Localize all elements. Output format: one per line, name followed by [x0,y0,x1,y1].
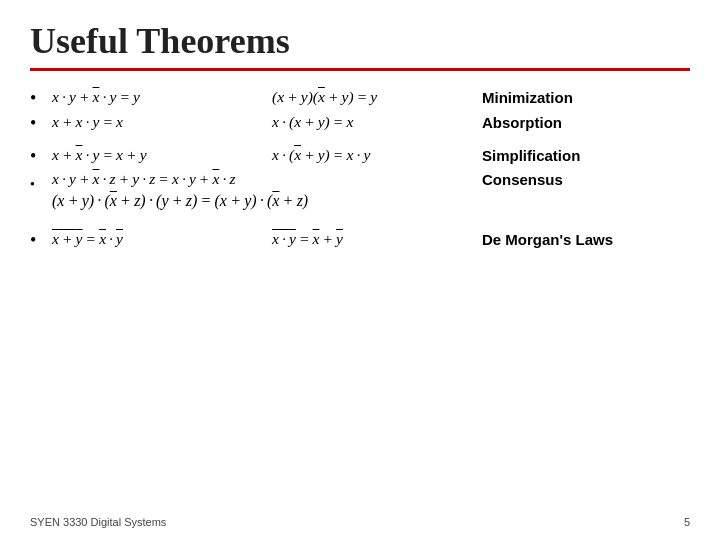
gap-2 [30,219,690,227]
page-number: 5 [684,516,690,528]
theorem-consensus: ● x · y + x · z + y · z = x · y + x · z … [30,168,690,190]
course-label: SYEN 3330 Digital Systems [30,516,166,528]
gap-1 [30,135,690,143]
formula-abs-left: x + x · y = x [52,112,272,132]
formula-dem-left: x + y = x · y [52,229,272,249]
footer: SYEN 3330 Digital Systems 5 [30,516,690,528]
content-demorgan: x + y = x · y x · y = x + y De Morgan's … [52,229,690,249]
page: Useful Theorems • x · y + x · y = y (x +… [0,0,720,540]
formula-dem-right: x · y = x + y [272,229,482,249]
content-absorption: x + x · y = x x · (x + y) = x Absorption [52,112,690,132]
theorems-list: • x · y + x · y = y (x + y)(x + y) = y M… [30,85,690,252]
bullet-3: • [30,144,52,167]
theorem-demorgan: • x + y = x · y x · y = x + y De Morgan'… [30,227,690,252]
formula-consensus-left: x · y + x · z + y · z = x · y + x · z [52,169,482,189]
bullet-2: • [30,111,52,134]
theorem-simplification: • x + x · y = x + y x · (x + y) = x · y … [30,143,690,168]
content-minimization: x · y + x · y = y (x + y)(x + y) = y Min… [52,87,690,107]
formula-abs-right: x · (x + y) = x [272,112,482,132]
label-consensus: Consensus [482,171,563,188]
formula-min-left: x · y + x · y = y [52,87,272,107]
label-absorption: Absorption [482,114,562,131]
content-consensus: x · y + x · z + y · z = x · y + x · z Co… [52,169,690,189]
content-simplification: x + x · y = x + y x · (x + y) = x · y Si… [52,145,690,165]
theorem-consensus-extra: (x + y) · (x + z) · (y + z) = (x + y) · … [30,190,690,213]
formula-simp-left: x + x · y = x + y [52,145,272,165]
divider [30,68,690,71]
bullet-5: • [30,228,52,251]
label-minimization: Minimization [482,89,573,106]
label-demorgan: De Morgan's Laws [482,231,613,248]
page-title: Useful Theorems [30,20,690,62]
formula-consensus-extra: (x + y) · (x + z) · (y + z) = (x + y) · … [52,191,308,212]
formula-simp-right: x · (x + y) = x · y [272,145,482,165]
bullet-1: • [30,86,52,109]
theorem-minimization: • x · y + x · y = y (x + y)(x + y) = y M… [30,85,690,110]
label-simplification: Simplification [482,147,580,164]
theorem-absorption: • x + x · y = x x · (x + y) = x Absorpti… [30,110,690,135]
formula-min-right: (x + y)(x + y) = y [272,87,482,107]
bullet-4: ● [30,171,52,188]
